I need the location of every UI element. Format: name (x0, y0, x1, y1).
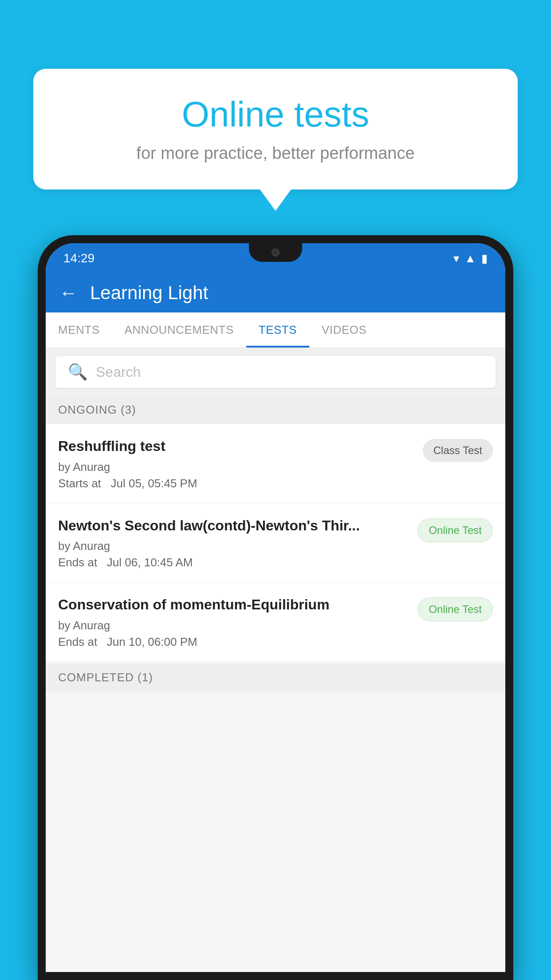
test-item-2[interactable]: Newton's Second law(contd)-Newton's Thir… (46, 503, 505, 583)
search-container: 🔍 Search (46, 348, 505, 396)
test-author-3: by Anurag (58, 619, 409, 632)
tab-ments[interactable]: MENTS (46, 312, 112, 348)
speech-bubble-container: Online tests for more practice, better p… (33, 69, 518, 190)
notch (249, 243, 302, 262)
search-input[interactable]: Search (96, 364, 141, 380)
ongoing-section-header: ONGOING (3) (46, 396, 505, 424)
camera-dot (272, 249, 279, 257)
test-info-1: Reshuffling test by Anurag Starts at Jul… (58, 437, 415, 490)
wifi-icon: ▾ (453, 252, 459, 265)
search-bar[interactable]: 🔍 Search (55, 356, 496, 388)
ongoing-label: ONGOING (3) (58, 403, 136, 416)
test-name-2: Newton's Second law(contd)-Newton's Thir… (58, 517, 409, 535)
test-time-2: Ends at Jul 06, 10:45 AM (58, 556, 409, 569)
test-info-2: Newton's Second law(contd)-Newton's Thir… (58, 517, 409, 570)
completed-section-header: COMPLETED (1) (46, 664, 505, 692)
test-time-3: Ends at Jun 10, 06:00 PM (58, 635, 409, 649)
tab-announcements[interactable]: ANNOUNCEMENTS (112, 312, 246, 348)
test-badge-2: Online Test (417, 518, 493, 542)
back-button[interactable]: ← (59, 282, 78, 304)
search-icon: 🔍 (68, 363, 88, 381)
phone-screen: 14:29 ▾ ▲ ▮ ← Learning Light MENTS ANNOU… (46, 243, 505, 972)
test-item-3[interactable]: Conservation of momentum-Equilibrium by … (46, 582, 505, 662)
test-badge-1: Class Test (423, 439, 493, 462)
test-item-1[interactable]: Reshuffling test by Anurag Starts at Jul… (46, 424, 505, 503)
test-badge-3: Online Test (417, 597, 493, 621)
battery-icon: ▮ (481, 252, 488, 265)
tab-videos[interactable]: VIDEOS (309, 312, 379, 348)
completed-label: COMPLETED (1) (58, 671, 153, 684)
bubble-subtitle: for more practice, better performance (64, 144, 487, 163)
tests-list: Reshuffling test by Anurag Starts at Jul… (46, 424, 505, 662)
bubble-title: Online tests (64, 93, 487, 136)
status-time: 14:29 (63, 251, 94, 265)
app-header: ← Learning Light (46, 273, 505, 312)
tab-tests[interactable]: TESTS (246, 312, 309, 348)
tabs-container: MENTS ANNOUNCEMENTS TESTS VIDEOS (46, 312, 505, 348)
speech-bubble: Online tests for more practice, better p… (33, 69, 518, 190)
test-time-1: Starts at Jul 05, 05:45 PM (58, 477, 415, 490)
test-info-3: Conservation of momentum-Equilibrium by … (58, 596, 409, 649)
phone-frame: 14:29 ▾ ▲ ▮ ← Learning Light MENTS ANNOU… (38, 235, 513, 980)
test-name-1: Reshuffling test (58, 437, 415, 456)
test-name-3: Conservation of momentum-Equilibrium (58, 596, 409, 614)
status-bar: 14:29 ▾ ▲ ▮ (46, 243, 505, 273)
status-icons: ▾ ▲ ▮ (453, 252, 488, 265)
test-author-2: by Anurag (58, 539, 409, 553)
test-author-1: by Anurag (58, 460, 415, 474)
signal-icon: ▲ (464, 252, 476, 265)
app-title: Learning Light (90, 282, 208, 304)
